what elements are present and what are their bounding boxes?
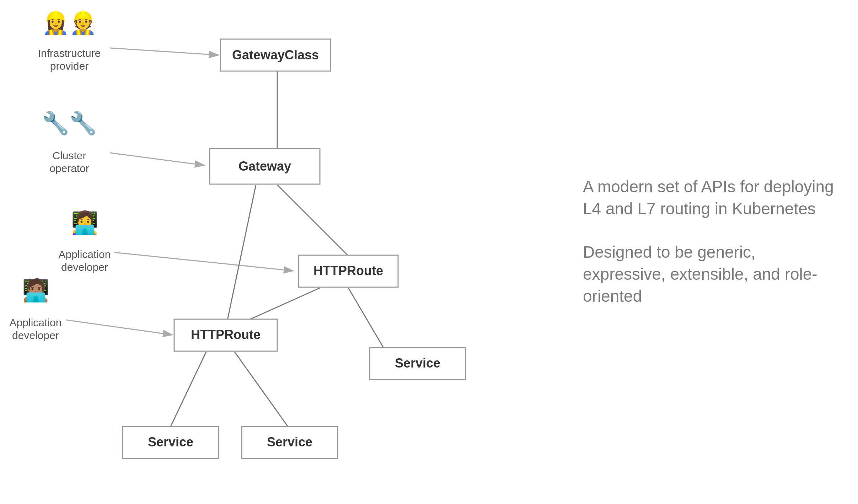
service3-box: Service	[242, 427, 338, 459]
infra-provider-role: 👷‍♀️👷 Infrastructure provider	[38, 10, 101, 72]
gateway-class-box: GatewayClass	[220, 39, 331, 71]
svg-text:Gateway: Gateway	[238, 159, 291, 173]
httproute2-box: HTTPRoute	[174, 319, 277, 351]
diagram-area: GatewayClass Gateway HTTPRoute HTTPRoute…	[0, 0, 569, 504]
svg-text:Application: Application	[59, 248, 111, 260]
svg-text:Service: Service	[267, 435, 312, 449]
info-area: A modern set of APIs for deploying L4 an…	[569, 0, 858, 504]
app-developer1-role: 👩‍💻 Application developer	[59, 210, 111, 273]
svg-text:HTTPRoute: HTTPRoute	[313, 263, 383, 278]
svg-line-4	[66, 320, 172, 335]
info-text-1: A modern set of APIs for deploying L4 an…	[583, 176, 837, 220]
cluster-operator-role: 🔧🔧 Cluster operator	[42, 110, 97, 174]
svg-line-6	[277, 185, 348, 256]
svg-line-1	[110, 48, 219, 55]
service2-box: Service	[123, 427, 219, 459]
svg-line-10	[171, 352, 206, 427]
svg-text:developer: developer	[12, 329, 59, 341]
svg-text:operator: operator	[49, 162, 89, 174]
svg-line-11	[235, 352, 288, 427]
svg-text:Application: Application	[10, 317, 62, 328]
svg-line-2	[110, 153, 204, 165]
svg-text:🔧🔧: 🔧🔧	[42, 110, 97, 136]
svg-line-8	[348, 288, 384, 348]
svg-text:Service: Service	[395, 356, 440, 370]
svg-text:👩‍💻: 👩‍💻	[71, 210, 99, 236]
svg-text:👷‍♀️👷: 👷‍♀️👷	[42, 10, 97, 36]
svg-text:Service: Service	[148, 435, 193, 449]
svg-text:provider: provider	[50, 60, 89, 72]
svg-text:🧑🏽‍💻: 🧑🏽‍💻	[22, 277, 50, 304]
svg-line-9	[249, 288, 320, 320]
svg-text:developer: developer	[61, 261, 108, 273]
svg-line-7	[227, 185, 256, 320]
svg-text:GatewayClass: GatewayClass	[232, 48, 319, 62]
svg-text:HTTPRoute: HTTPRoute	[191, 327, 261, 342]
svg-line-3	[114, 252, 293, 271]
svg-text:Cluster: Cluster	[52, 150, 86, 161]
service1-box: Service	[370, 348, 466, 380]
gateway-box: Gateway	[210, 149, 320, 184]
app-developer2-role: 🧑🏽‍💻 Application developer	[10, 277, 62, 341]
info-text-2: Designed to be generic, expressive, exte…	[583, 241, 837, 307]
svg-text:Infrastructure: Infrastructure	[38, 47, 101, 59]
httproute1-box: HTTPRoute	[299, 255, 398, 287]
